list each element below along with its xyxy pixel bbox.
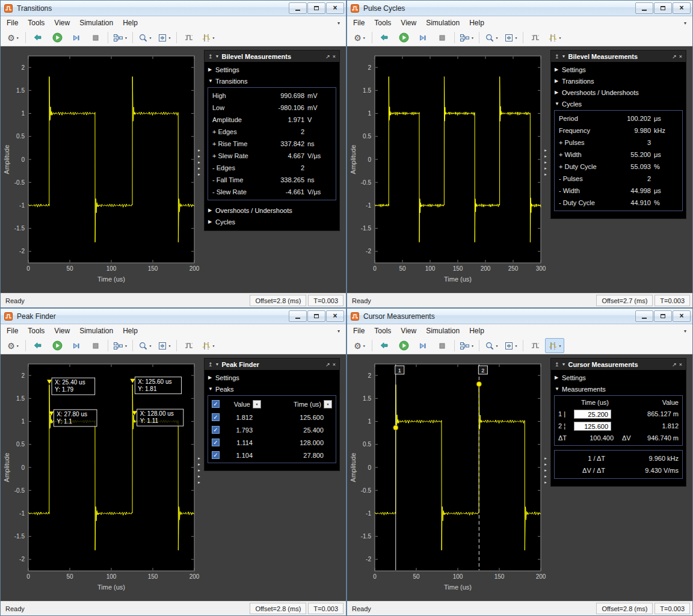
fit-to-view-button[interactable]: ▼ bbox=[501, 30, 520, 45]
menu-overflow-icon[interactable]: ▾ bbox=[337, 328, 345, 334]
zoom-button[interactable]: ▼ bbox=[482, 30, 501, 45]
menu-help[interactable]: Help bbox=[464, 325, 489, 337]
simulink-snapshot-button[interactable]: ▼ bbox=[457, 30, 476, 45]
menu-overflow-icon[interactable]: ▾ bbox=[337, 20, 345, 26]
panel-section-transitions[interactable]: ▼Transitions bbox=[205, 75, 339, 87]
sort-dropdown-button[interactable]: ▼ bbox=[253, 400, 261, 408]
panel-section-cycles[interactable]: ▶Cycles bbox=[205, 216, 339, 227]
panel-pin-icon[interactable]: ↥ bbox=[207, 54, 214, 60]
simulink-snapshot-button[interactable]: ▼ bbox=[111, 30, 130, 45]
panel-section-settings[interactable]: ▶Settings bbox=[205, 64, 339, 75]
close-button[interactable]: × bbox=[673, 310, 691, 322]
panel-section-overshoots-undershoots[interactable]: ▶Overshoots / Undershoots bbox=[205, 205, 339, 216]
titlebar[interactable]: Peak Finder × bbox=[1, 309, 346, 324]
maximize-button[interactable] bbox=[307, 310, 325, 322]
peak-checkbox[interactable]: ✓ bbox=[212, 400, 220, 408]
peak-checkbox[interactable]: ✓ bbox=[212, 426, 220, 434]
menu-help[interactable]: Help bbox=[118, 17, 143, 29]
cursor-1-time-input[interactable]: 25.200 bbox=[574, 410, 611, 419]
titlebar[interactable]: Transitions × bbox=[1, 1, 346, 16]
bilevel-measurements-button[interactable] bbox=[179, 30, 199, 45]
panel-section-settings[interactable]: ▶Settings bbox=[551, 64, 686, 75]
menu-simulation[interactable]: Simulation bbox=[421, 17, 464, 29]
panel-collapse-handle[interactable]: ►►►►► bbox=[544, 149, 547, 176]
close-button[interactable]: × bbox=[673, 2, 691, 14]
panel-undock-icon[interactable]: ↗ bbox=[324, 362, 331, 368]
stop-button[interactable] bbox=[86, 338, 105, 353]
menu-tools[interactable]: Tools bbox=[369, 17, 396, 29]
menu-view[interactable]: View bbox=[396, 325, 421, 337]
menu-overflow-icon[interactable]: ▾ bbox=[684, 328, 691, 334]
panel-menu-icon[interactable]: ▼ bbox=[561, 54, 567, 58]
menu-tools[interactable]: Tools bbox=[369, 325, 396, 337]
panel-undock-icon[interactable]: ↗ bbox=[324, 54, 331, 60]
panel-header[interactable]: ↥ ▼ Cursor Measurements ↗ × bbox=[551, 359, 686, 371]
panel-section-transitions[interactable]: ▶Transitions bbox=[551, 75, 686, 87]
menu-simulation[interactable]: Simulation bbox=[421, 325, 464, 337]
menu-file[interactable]: File bbox=[348, 325, 369, 337]
minimize-button[interactable] bbox=[289, 310, 307, 322]
panel-header[interactable]: ↥ ▼ Peak Finder ↗ × bbox=[205, 359, 339, 371]
step-forward-button[interactable] bbox=[413, 338, 433, 353]
minimize-button[interactable] bbox=[635, 310, 653, 322]
panel-header[interactable]: ↥ ▼ Bilevel Measurements ↗ × bbox=[205, 51, 339, 63]
run-button[interactable] bbox=[394, 30, 413, 45]
highlight-block-button[interactable] bbox=[28, 338, 48, 353]
stop-button[interactable] bbox=[433, 338, 452, 353]
panel-section-settings[interactable]: ▶Settings bbox=[551, 372, 686, 383]
simulink-snapshot-button[interactable]: ▼ bbox=[111, 338, 130, 353]
menu-tools[interactable]: Tools bbox=[23, 325, 49, 337]
panel-collapse-handle[interactable]: ►►►►► bbox=[197, 149, 201, 176]
titlebar[interactable]: Cursor Measurements × bbox=[347, 309, 692, 324]
maximize-button[interactable] bbox=[307, 2, 325, 14]
zoom-button[interactable]: ▼ bbox=[135, 338, 155, 353]
panel-close-icon[interactable]: × bbox=[678, 362, 683, 368]
sort-dropdown-button[interactable]: ▼ bbox=[324, 400, 332, 408]
menu-view[interactable]: View bbox=[49, 325, 75, 337]
titlebar[interactable]: Pulse Cycles × bbox=[347, 1, 692, 16]
cursor-measurements-button[interactable]: ▼ bbox=[199, 338, 218, 353]
panel-pin-icon[interactable]: ↥ bbox=[553, 362, 561, 368]
panel-close-icon[interactable]: × bbox=[331, 54, 337, 60]
cursor-measurements-button[interactable]: ▼ bbox=[545, 30, 564, 45]
zoom-button[interactable]: ▼ bbox=[482, 338, 501, 353]
menu-tools[interactable]: Tools bbox=[23, 17, 49, 29]
menu-view[interactable]: View bbox=[396, 17, 421, 29]
panel-section-overshoots-undershoots[interactable]: ▶Overshoots / Undershoots bbox=[551, 87, 686, 98]
stop-button[interactable] bbox=[86, 30, 105, 45]
fit-to-view-button[interactable]: ▼ bbox=[501, 338, 520, 353]
panel-menu-icon[interactable]: ▼ bbox=[214, 362, 221, 366]
scope-settings-button[interactable]: ⚙ ▼ bbox=[350, 338, 369, 353]
panel-collapse-handle[interactable]: ►►►►► bbox=[197, 457, 201, 484]
menu-file[interactable]: File bbox=[2, 325, 23, 337]
scope-settings-button[interactable]: ⚙ ▼ bbox=[350, 30, 369, 45]
run-button[interactable] bbox=[394, 338, 413, 353]
step-forward-button[interactable] bbox=[413, 30, 433, 45]
cursor-measurements-button[interactable]: ▼ bbox=[199, 30, 218, 45]
panel-section-peaks[interactable]: ▼Peaks bbox=[205, 383, 339, 395]
panel-collapse-handle[interactable]: ►►►►► bbox=[544, 457, 547, 484]
minimize-button[interactable] bbox=[635, 2, 653, 14]
menu-view[interactable]: View bbox=[49, 17, 75, 29]
simulink-snapshot-button[interactable]: ▼ bbox=[457, 338, 476, 353]
stop-button[interactable] bbox=[433, 30, 452, 45]
maximize-button[interactable] bbox=[654, 2, 672, 14]
panel-section-settings[interactable]: ▶Settings bbox=[205, 372, 339, 383]
minimize-button[interactable] bbox=[289, 2, 307, 14]
cursor-measurements-button[interactable]: ▼ bbox=[545, 338, 564, 353]
menu-overflow-icon[interactable]: ▾ bbox=[684, 20, 691, 26]
step-forward-button[interactable] bbox=[67, 338, 86, 353]
panel-close-icon[interactable]: × bbox=[678, 54, 683, 60]
highlight-block-button[interactable] bbox=[375, 338, 394, 353]
panel-header[interactable]: ↥ ▼ Bilevel Measurements ↗ × bbox=[551, 51, 686, 63]
step-forward-button[interactable] bbox=[67, 30, 86, 45]
cursor-2-marker[interactable] bbox=[476, 381, 481, 386]
run-button[interactable] bbox=[48, 338, 67, 353]
panel-menu-icon[interactable]: ▼ bbox=[561, 362, 567, 366]
panel-pin-icon[interactable]: ↥ bbox=[207, 362, 214, 368]
fit-to-view-button[interactable]: ▼ bbox=[155, 338, 174, 353]
cursor-2-time-input[interactable]: 125.600 bbox=[574, 422, 611, 431]
menu-file[interactable]: File bbox=[348, 17, 369, 29]
menu-simulation[interactable]: Simulation bbox=[75, 17, 118, 29]
bilevel-measurements-button[interactable] bbox=[526, 338, 545, 353]
